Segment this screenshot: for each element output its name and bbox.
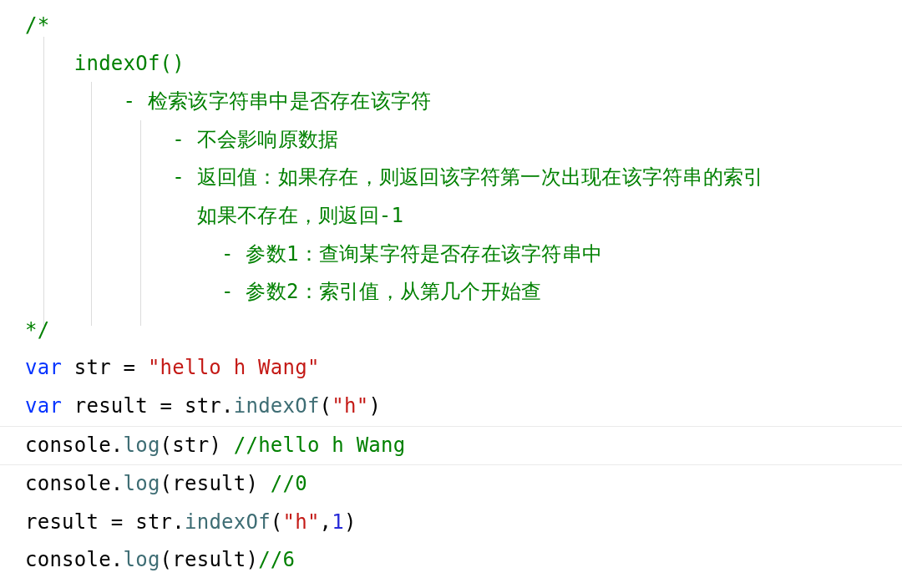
- code-log-str: console.log(str) //hello h Wang: [0, 426, 902, 466]
- comment-param2: - 参数2：索引值，从第几个开始查: [0, 273, 902, 312]
- comment-return: - 返回值：如果存在，则返回该字符第一次出现在该字符串的索引: [0, 159, 902, 197]
- comment-close: */: [0, 312, 902, 350]
- comment-param1: - 参数1：查询某字符是否存在该字符串中: [0, 236, 902, 274]
- comment-return2: 如果不存在，则返回-1: [0, 197, 902, 236]
- comment-method: indexOf(): [0, 45, 902, 84]
- code-viewer: /* indexOf() - 检索该字符串中是否存在该字符 - 不会影响原数据 …: [0, 7, 902, 580]
- code-reassign-result: result = str.indexOf("h",1): [0, 504, 902, 542]
- code-var-result: var result = str.indexOf("h"): [0, 388, 902, 426]
- comment-open: /*: [0, 7, 902, 45]
- comment-desc2: - 不会影响原数据: [0, 121, 902, 160]
- code-log-result-0: console.log(result) //0: [0, 465, 902, 504]
- comment-desc: - 检索该字符串中是否存在该字符: [0, 83, 902, 121]
- code-var-str: var str = "hello h Wang": [0, 349, 902, 388]
- code-log-result-6: console.log(result)//6: [0, 541, 902, 580]
